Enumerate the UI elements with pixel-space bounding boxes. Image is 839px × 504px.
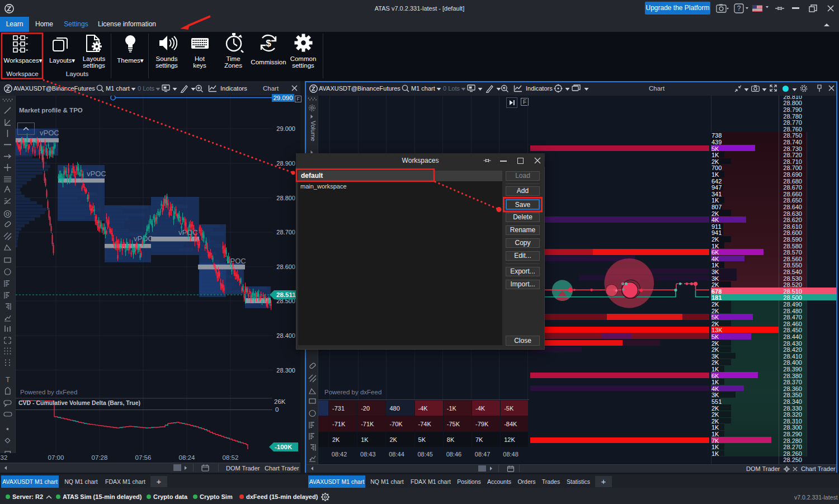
- svg-text:-100K: -100K: [275, 444, 293, 450]
- svg-text:$: $: [266, 38, 271, 49]
- svg-text:vPOC: vPOC: [87, 169, 106, 178]
- svg-text:28.511: 28.511: [276, 291, 296, 298]
- svg-text:vPOC: vPOC: [40, 129, 59, 137]
